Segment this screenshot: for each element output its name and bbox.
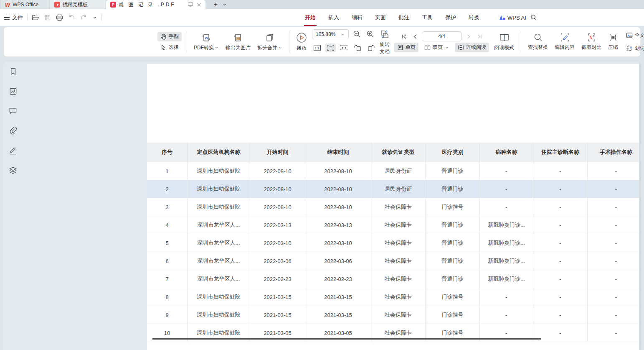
select-tool-button[interactable]: 选择	[157, 43, 182, 52]
attachment-icon[interactable]	[8, 125, 18, 136]
split-merge-label: 拆分合并	[257, 44, 277, 51]
enter-fullscreen-icon[interactable]	[188, 2, 193, 7]
tab-wps-home[interactable]: W WPS Office	[1, 0, 49, 9]
menu-item-页面[interactable]: 页面	[374, 12, 387, 23]
table-cell: 2022-02-23	[250, 270, 305, 288]
table-cell: 新冠肺炎门诊...	[480, 270, 533, 288]
full-translate-label: 全文翻译	[635, 32, 644, 39]
rotate-right-button[interactable]	[366, 43, 377, 53]
zoom-in-button[interactable]	[365, 29, 375, 39]
full-text-translate-button[interactable]: A字 全文翻译	[623, 31, 644, 40]
tab-label: WPS Office	[13, 2, 38, 8]
hand-tool-button[interactable]: 手型	[157, 32, 182, 41]
find-replace-button[interactable]: 查找替换	[526, 32, 550, 52]
tab-list-chevron-icon[interactable]	[222, 1, 227, 9]
continuous-reading-label: 连续阅读	[466, 44, 486, 51]
zoom-out-button[interactable]	[352, 29, 362, 39]
tab-docer-templates[interactable]: 找稻壳模板	[50, 0, 105, 9]
find-replace-label: 查找替换	[528, 44, 548, 51]
table-cell: 2022-08-10	[305, 198, 371, 216]
save-icon[interactable]	[44, 14, 51, 21]
table-row: 1深圳市妇幼保健院2022-08-102022-08-10居民身份证普通门诊--…	[147, 162, 641, 180]
split-merge-button[interactable]: 拆分合并	[256, 32, 284, 52]
pdf-convert-button[interactable]: W PDF转换	[192, 32, 221, 52]
vertical-scrollbar[interactable]	[639, 62, 641, 350]
play-slideshow-button[interactable]: 播放	[294, 31, 309, 53]
first-page-button[interactable]	[400, 33, 408, 40]
table-cell: 5	[147, 234, 188, 252]
table-row: 5深圳市龙华区人...2022-03-102022-03-10社会保障卡普通门诊…	[147, 234, 641, 252]
table-bottom-scrollbar	[152, 338, 541, 340]
export-as-image-button[interactable]: 输出为图片	[224, 32, 252, 52]
menu-item-编辑[interactable]: 编辑	[351, 12, 363, 23]
two-page-view-button[interactable]: 双页	[421, 43, 452, 52]
table-cell: -	[480, 288, 533, 306]
table-cell: -	[588, 270, 641, 288]
menu-item-保护[interactable]: 保护	[444, 12, 457, 23]
continuous-reading-button[interactable]: 连续阅读	[455, 43, 489, 52]
layers-icon[interactable]	[8, 165, 18, 176]
open-file-icon[interactable]	[32, 14, 39, 21]
divider	[187, 31, 187, 53]
table-cell: 门诊挂号	[426, 288, 480, 306]
table-header-cell: 序号	[147, 143, 188, 162]
fit-width-button[interactable]	[339, 43, 349, 52]
close-tab-icon[interactable]	[197, 3, 201, 7]
pdf-page[interactable]: 序号定点医药机构名称开始时间结束时间就诊凭证类型医疗类别病种名称住院主诊断名称手…	[147, 64, 641, 350]
wps-logo-icon: W	[5, 2, 10, 8]
screenshot-compare-button[interactable]: 截图对比	[580, 32, 603, 52]
wps-ai-button[interactable]: WPS AI	[499, 15, 526, 21]
actual-size-button[interactable]: 1:1	[312, 43, 322, 52]
table-row: 7深圳市龙华区人...2022-02-232022-02-23社会保障卡普通门诊…	[147, 270, 641, 288]
file-menu-button[interactable]: 文件	[4, 14, 23, 21]
menu-item-转换[interactable]: 转换	[468, 12, 480, 23]
new-tab-button[interactable]: +	[211, 0, 220, 9]
table-cell: -	[533, 162, 588, 180]
more-quick-actions-chevron-icon[interactable]	[92, 15, 97, 20]
table-cell: 8	[147, 288, 188, 306]
fit-page-button[interactable]	[325, 43, 336, 52]
menu-item-批注[interactable]: 批注	[398, 12, 410, 23]
menu-item-开始[interactable]: 开始	[304, 12, 317, 23]
menu-item-工具[interactable]: 工具	[421, 12, 434, 23]
word-translate-button[interactable]: 文A 划词翻译	[623, 43, 644, 53]
zoom-level-select[interactable]: 105.88%	[312, 29, 349, 39]
signature-pen-icon[interactable]	[8, 145, 18, 156]
global-search-icon[interactable]	[530, 14, 537, 21]
zoom-value: 105.88%	[316, 31, 335, 37]
ribbon-toolbar: 手型 选择 W PDF转换 输出为图片 拆分合并 播放	[3, 27, 641, 57]
compress-icon	[609, 33, 618, 42]
cursor-icon	[160, 44, 167, 51]
divider	[27, 14, 28, 21]
table-cell: 社会保障卡	[371, 234, 426, 252]
rotate-document-button[interactable]: 旋转文档	[380, 41, 391, 55]
table-cell: -	[588, 234, 641, 252]
previous-page-button[interactable]	[411, 33, 419, 40]
bookmark-icon[interactable]	[8, 66, 18, 77]
comments-icon[interactable]	[8, 106, 18, 116]
edit-content-button[interactable]: 编辑内容	[553, 32, 576, 52]
chevron-down-icon	[215, 46, 219, 50]
single-page-view-button[interactable]: 单页	[394, 43, 418, 52]
compress-button[interactable]: 压缩	[606, 32, 620, 52]
next-page-button[interactable]	[465, 33, 472, 40]
redo-icon[interactable]	[80, 15, 87, 21]
last-page-button[interactable]	[475, 33, 484, 40]
table-cell: 普通门诊	[426, 234, 480, 252]
swap-pages-button[interactable]	[378, 29, 391, 40]
word-translate-icon: 文A	[626, 45, 633, 51]
rotate-left-button[interactable]	[352, 43, 363, 53]
table-cell: 2021-03-15	[250, 306, 305, 324]
table-cell: 6	[147, 252, 188, 270]
print-icon[interactable]	[56, 14, 63, 21]
table-cell: -	[480, 162, 533, 180]
page-thumbnails-icon[interactable]	[8, 86, 18, 97]
page-number-input[interactable]: 4/4	[422, 31, 462, 41]
undo-icon[interactable]	[68, 15, 75, 21]
read-mode-button[interactable]: 阅读模式	[492, 32, 516, 52]
menu-item-插入[interactable]: 插入	[327, 12, 340, 23]
table-cell: -	[533, 288, 588, 306]
table-cell: -	[480, 198, 533, 216]
table-cell: 2022-03-06	[305, 252, 371, 270]
tab-document-active[interactable]: P 就 医 记 录 .PDF	[106, 0, 205, 9]
